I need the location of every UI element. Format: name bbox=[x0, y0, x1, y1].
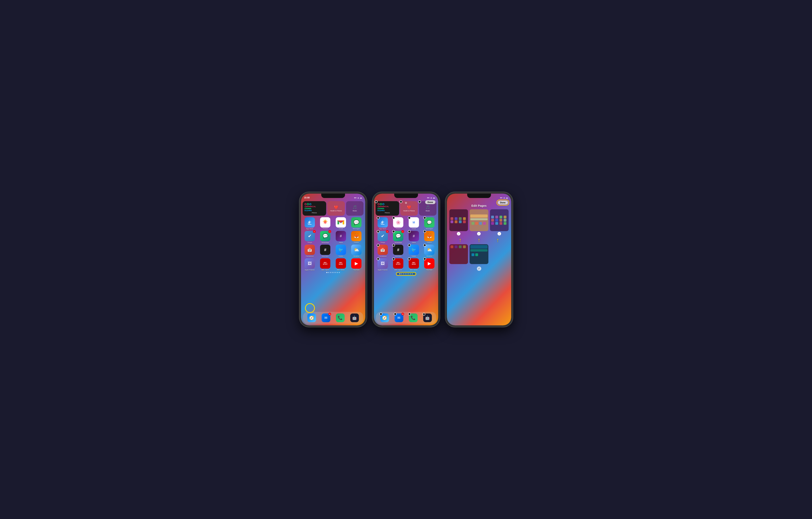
app-appstore-2[interactable]: − A App Store bbox=[376, 217, 390, 230]
page-check-1: ✓ bbox=[449, 232, 468, 236]
phone-2-screen: ●● ▲ ▬ + Done − bbox=[374, 194, 438, 325]
dot-2-7 bbox=[410, 273, 411, 274]
app-gmail-2[interactable]: − M Gmail bbox=[407, 217, 421, 230]
app-icon-frames-1: 🖼 bbox=[304, 258, 315, 269]
page-thumb-4[interactable] bbox=[449, 244, 468, 264]
minus-safari[interactable]: − bbox=[379, 313, 382, 316]
page-thumb-1[interactable]: ✓ bbox=[449, 209, 468, 236]
fitness-widget-1[interactable]: 129/440KCAL 2/30MIN 5/12HRS Fitness bbox=[302, 201, 326, 216]
minus-youtube[interactable]: − bbox=[423, 257, 426, 260]
wifi-icon-2: ▲ bbox=[430, 197, 432, 199]
app-label-firefox-2: Firefox bbox=[427, 242, 432, 243]
done-button-3[interactable]: Done bbox=[498, 200, 508, 204]
minus-photos[interactable]: − bbox=[392, 216, 395, 219]
app-firefox-1[interactable]: 🦊 Firefox bbox=[349, 231, 364, 243]
mini-grid-2 bbox=[470, 221, 488, 226]
app-weather-2[interactable]: − ⛅ Weather bbox=[422, 245, 437, 257]
app-firefox-2[interactable]: − 🦊 Firefox bbox=[422, 231, 437, 243]
page-thumb-3[interactable]: ✓ bbox=[490, 209, 509, 236]
app-youtube-1[interactable]: ▶ YouTube bbox=[349, 258, 364, 271]
minus-bbcsport[interactable]: − bbox=[392, 257, 395, 260]
dock-mail-1[interactable]: ✉ 16 bbox=[322, 313, 330, 322]
page-thumb-5[interactable] bbox=[469, 244, 488, 264]
minus-firefox[interactable]: − bbox=[423, 230, 426, 233]
minus-weather[interactable]: − bbox=[423, 244, 426, 247]
dock-phone-1[interactable]: 📞 bbox=[336, 313, 345, 322]
fitness-hrs-2: 5/12HRS bbox=[378, 210, 397, 212]
app-gmail-1[interactable]: Gmail bbox=[334, 217, 348, 230]
app-appstore-1[interactable]: A App Store bbox=[302, 217, 317, 230]
page-dots-highlight-2 bbox=[396, 272, 416, 276]
dock-mail-2[interactable]: − ✉ 16 bbox=[395, 313, 403, 322]
minus-tweetbot[interactable]: − bbox=[423, 313, 425, 316]
app-slack-2[interactable]: − # Slack bbox=[407, 231, 421, 243]
minus-music[interactable]: − bbox=[418, 200, 421, 203]
dock-tweetbot-1[interactable]: 🤖 bbox=[350, 313, 359, 322]
notch-1 bbox=[321, 194, 345, 198]
app-things-1[interactable]: ✔ 3 Things bbox=[302, 231, 317, 243]
page-thumb-2[interactable]: ✓ bbox=[469, 209, 488, 236]
minus-bbcnews[interactable]: − bbox=[408, 257, 411, 260]
minus-slack[interactable]: − bbox=[408, 230, 411, 233]
app-icon-youtube-2: − ▶ bbox=[424, 258, 434, 269]
app-bbcsport-2[interactable]: − BBCSPORT BBC Sport bbox=[391, 258, 406, 271]
minus-fitness[interactable]: − bbox=[375, 200, 378, 203]
app-fantastical-2[interactable]: − 📅 Fantastical bbox=[376, 245, 390, 257]
app-bbcnews-2[interactable]: − BBCNEWS BBC News bbox=[407, 258, 421, 271]
app-icon-bbcsport-2: − BBCSPORT bbox=[393, 258, 403, 269]
app-machash-2[interactable]: − # MacHash bbox=[391, 245, 406, 257]
minus-whatsapp[interactable]: − bbox=[392, 230, 395, 233]
app-youtube-2[interactable]: − ▶ YouTube bbox=[422, 258, 437, 271]
minus-messages[interactable]: − bbox=[423, 216, 426, 219]
app-machash-1[interactable]: # MacHash bbox=[318, 245, 332, 257]
app-whatsapp-1[interactable]: 💬 1 WhatsApp bbox=[318, 231, 332, 243]
minus-phone[interactable]: − bbox=[408, 313, 411, 316]
minus-fantastical[interactable]: − bbox=[377, 244, 379, 247]
minus-gmail[interactable]: − bbox=[408, 216, 411, 219]
app-slack-1[interactable]: # Slack bbox=[334, 231, 348, 243]
dock-badge-mail-1: 16 bbox=[328, 313, 331, 316]
minus-things[interactable]: − bbox=[377, 230, 379, 233]
dock-tweetbot-2[interactable]: − 🤖 bbox=[423, 313, 432, 322]
music-widget-1[interactable]: 🎵 Music bbox=[346, 201, 364, 216]
dot-2-2 bbox=[401, 273, 402, 274]
app-frames-1[interactable]: 🖼 Apple Frames bbox=[302, 258, 317, 271]
fitness-widget-2[interactable]: − 129/440KCAL 2/30MIN 5/12HRS Fitness bbox=[376, 201, 399, 216]
health-widget-1[interactable]: ❤️ Health & Fitness bbox=[327, 201, 345, 216]
app-messages-2[interactable]: − 💬 Messages bbox=[422, 217, 437, 230]
app-things-2[interactable]: − ✔ 3 Things bbox=[376, 231, 390, 243]
health-widget-2[interactable]: − ❤️ Health & Fitness bbox=[400, 201, 418, 216]
fitness-rings-1 bbox=[304, 203, 324, 205]
minus-appstore[interactable]: − bbox=[377, 216, 379, 219]
dock-icon-tweetbot-1: 🤖 bbox=[350, 313, 359, 322]
app-weather-1[interactable]: ⛅ Weather bbox=[349, 245, 364, 257]
minus-frames[interactable]: − bbox=[377, 257, 379, 260]
app-fantastical-1[interactable]: 📅 Fantastical bbox=[302, 245, 317, 257]
app-bbcsport-1[interactable]: BBCSPORT BBC Sport bbox=[318, 258, 332, 271]
bottom-checkmark: ✓ bbox=[477, 267, 481, 271]
minus-mail[interactable]: − bbox=[394, 313, 397, 316]
app-twitter-1[interactable]: 🐦 Twitter bbox=[334, 245, 348, 257]
app-whatsapp-2[interactable]: − 💬 1 WhatsApp bbox=[391, 231, 406, 243]
minus-health[interactable]: − bbox=[400, 200, 402, 203]
dock-safari-2[interactable]: − 🧭 bbox=[380, 313, 389, 322]
app-twitter-2[interactable]: − 🐦 Twitter bbox=[407, 245, 421, 257]
done-button-2[interactable]: Done bbox=[425, 200, 435, 204]
app-messages-1[interactable]: 💬 Messages bbox=[349, 217, 364, 230]
ring-blue bbox=[309, 203, 311, 205]
dock-safari-1[interactable]: 🧭 bbox=[307, 313, 316, 322]
app-photos-2[interactable]: − 🌸 Photos bbox=[391, 217, 406, 230]
app-icon-messages-1: 💬 bbox=[351, 217, 361, 227]
badge-whatsapp-1: 1 bbox=[328, 230, 331, 233]
minus-twitter[interactable]: − bbox=[408, 244, 411, 247]
app-grid-row4-1: 🖼 Apple Frames BBCSPORT BBC Sport BBCNEW… bbox=[302, 258, 364, 271]
app-photos-1[interactable]: Photos bbox=[318, 217, 332, 230]
minus-machash[interactable]: − bbox=[392, 244, 395, 247]
plus-button[interactable]: + bbox=[405, 200, 407, 206]
app-frames-2[interactable]: − 🖼 Apple Frames bbox=[376, 258, 390, 271]
app-icon-machash-2: − # bbox=[393, 245, 403, 255]
app-bbcnews-1[interactable]: BBCNEWS BBC News bbox=[334, 258, 348, 271]
app-grid-row2-1: ✔ 3 Things 💬 1 WhatsApp bbox=[302, 231, 364, 243]
app-grid-row4-2: − 🖼 Apple Frames − BBCSPORT BBC Sport bbox=[376, 258, 437, 271]
dock-phone-2[interactable]: − 📞 bbox=[409, 313, 417, 322]
